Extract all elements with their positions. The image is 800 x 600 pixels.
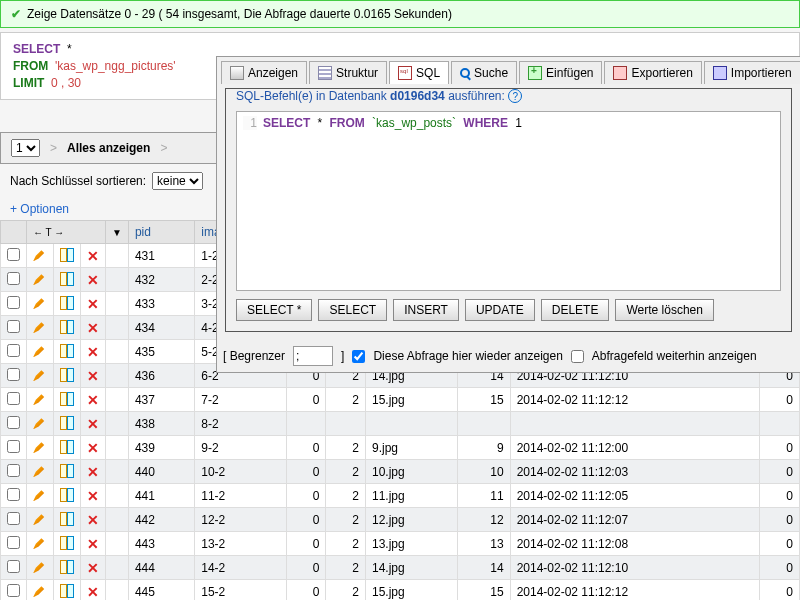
edit-icon[interactable] [33, 583, 47, 597]
tab-export[interactable]: Exportieren [604, 61, 701, 84]
show-again-checkbox[interactable] [352, 350, 365, 363]
table-row: ✕44010-20210.jpg102014-02-02 11:12:030 [1, 460, 800, 484]
delete-icon[interactable]: ✕ [87, 344, 99, 360]
inline-edit-icon[interactable] [60, 464, 74, 476]
clear-button[interactable]: Werte löschen [615, 299, 713, 321]
sql-textarea[interactable]: 1SELECT * FROM `kas_wp_posts` WHERE 1 [236, 111, 781, 291]
cell-pid: 438 [128, 412, 194, 436]
edit-icon[interactable] [33, 271, 47, 285]
table-row: ✕44313-20213.jpg132014-02-02 11:12:080 [1, 532, 800, 556]
row-checkbox[interactable] [7, 560, 20, 573]
cell-pid: 443 [128, 532, 194, 556]
edit-icon[interactable] [33, 319, 47, 333]
structure-icon [318, 66, 332, 80]
edit-icon[interactable] [33, 439, 47, 453]
cell-pid: 445 [128, 580, 194, 600]
delete-icon[interactable]: ✕ [87, 488, 99, 504]
edit-icon[interactable] [33, 415, 47, 429]
delimiter-input[interactable] [293, 346, 333, 366]
edit-icon[interactable] [33, 511, 47, 525]
sql-fieldset: SQL-Befehl(e) in Datenbank d0196d34 ausf… [225, 88, 792, 332]
delete-icon[interactable]: ✕ [87, 320, 99, 336]
inline-edit-icon[interactable] [60, 560, 74, 572]
delete-icon[interactable]: ✕ [87, 296, 99, 312]
tab-sql[interactable]: SQL [389, 61, 449, 84]
row-checkbox[interactable] [7, 416, 20, 429]
inline-edit-icon[interactable] [60, 272, 74, 284]
delete-icon[interactable]: ✕ [87, 584, 99, 600]
insert-button[interactable]: INSERT [393, 299, 459, 321]
page-select[interactable]: 1 [11, 139, 40, 157]
delete-icon[interactable]: ✕ [87, 368, 99, 384]
inline-edit-icon[interactable] [60, 368, 74, 380]
tab-browse[interactable]: Anzeigen [221, 61, 307, 84]
sort-select[interactable]: keine [152, 172, 203, 190]
delete-icon[interactable]: ✕ [87, 536, 99, 552]
delete-icon[interactable]: ✕ [87, 560, 99, 576]
edit-icon[interactable] [33, 487, 47, 501]
row-checkbox[interactable] [7, 488, 20, 501]
export-icon [613, 66, 627, 80]
row-checkbox[interactable] [7, 512, 20, 525]
browse-icon [230, 66, 244, 80]
inline-edit-icon[interactable] [60, 320, 74, 332]
row-checkbox[interactable] [7, 320, 20, 333]
delete-icon[interactable]: ✕ [87, 512, 99, 528]
inline-edit-icon[interactable] [60, 344, 74, 356]
row-checkbox[interactable] [7, 584, 20, 597]
select-star-button[interactable]: SELECT * [236, 299, 312, 321]
inline-edit-icon[interactable] [60, 248, 74, 260]
row-checkbox[interactable] [7, 368, 20, 381]
delete-icon[interactable]: ✕ [87, 416, 99, 432]
tab-insert[interactable]: Einfügen [519, 61, 602, 84]
inline-edit-icon[interactable] [60, 536, 74, 548]
update-button[interactable]: UPDATE [465, 299, 535, 321]
edit-icon[interactable] [33, 535, 47, 549]
inline-edit-icon[interactable] [60, 296, 74, 308]
edit-icon[interactable] [33, 559, 47, 573]
row-checkbox[interactable] [7, 272, 20, 285]
edit-icon[interactable] [33, 391, 47, 405]
keep-box-checkbox[interactable] [571, 350, 584, 363]
row-checkbox[interactable] [7, 440, 20, 453]
tab-search[interactable]: Suche [451, 61, 517, 84]
inline-edit-icon[interactable] [60, 488, 74, 500]
pid-header[interactable]: pid [128, 221, 194, 244]
show-all-label: Alles anzeigen [67, 141, 150, 155]
row-checkbox[interactable] [7, 464, 20, 477]
delete-icon[interactable]: ✕ [87, 440, 99, 456]
inline-edit-icon[interactable] [60, 512, 74, 524]
help-icon[interactable]: ? [508, 89, 522, 103]
row-checkbox[interactable] [7, 248, 20, 261]
edit-icon[interactable] [33, 295, 47, 309]
tab-import[interactable]: Importieren [704, 61, 800, 84]
table-row: ✕44414-20214.jpg142014-02-02 11:12:100 [1, 556, 800, 580]
delete-icon[interactable]: ✕ [87, 248, 99, 264]
inline-edit-icon[interactable] [60, 392, 74, 404]
inline-edit-icon[interactable] [60, 440, 74, 452]
inline-edit-icon[interactable] [60, 584, 74, 596]
edit-icon[interactable] [33, 247, 47, 261]
sort-down-header[interactable]: ▼ [106, 221, 129, 244]
cell-pid: 437 [128, 388, 194, 412]
delete-icon[interactable]: ✕ [87, 272, 99, 288]
select-button[interactable]: SELECT [318, 299, 387, 321]
edit-icon[interactable] [33, 343, 47, 357]
row-checkbox[interactable] [7, 344, 20, 357]
row-checkbox[interactable] [7, 296, 20, 309]
cell-pid: 444 [128, 556, 194, 580]
inline-edit-icon[interactable] [60, 416, 74, 428]
delete-icon[interactable]: ✕ [87, 464, 99, 480]
delete-icon[interactable]: ✕ [87, 392, 99, 408]
actions-header: ← T → [27, 221, 106, 244]
row-checkbox[interactable] [7, 536, 20, 549]
cell-image: 13-2 [195, 532, 287, 556]
edit-icon[interactable] [33, 463, 47, 477]
import-icon [713, 66, 727, 80]
delete-button[interactable]: DELETE [541, 299, 610, 321]
tab-structure[interactable]: Struktur [309, 61, 387, 84]
row-checkbox[interactable] [7, 392, 20, 405]
cell-pid: 431 [128, 244, 194, 268]
edit-icon[interactable] [33, 367, 47, 381]
cell-pid: 433 [128, 292, 194, 316]
